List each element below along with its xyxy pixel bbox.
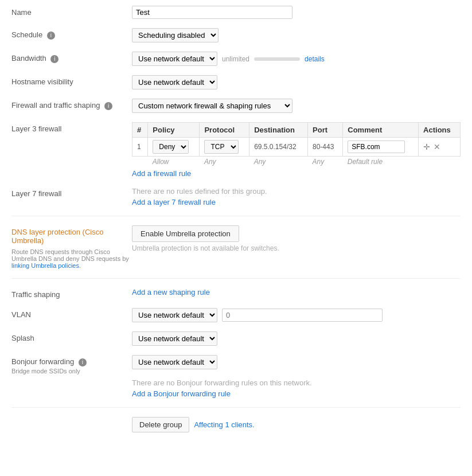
- traffic-shaping-row: Traffic shaping Add a new shaping rule: [11, 288, 461, 299]
- row-comment: [343, 138, 419, 157]
- schedule-control: Scheduling disabled: [132, 28, 461, 42]
- affecting-clients-link[interactable]: Affecting 1 clients.: [194, 420, 254, 429]
- divider2: [11, 278, 461, 279]
- row-protocol: TCP UDP Any: [200, 138, 249, 157]
- default-destination: Any: [249, 157, 308, 167]
- unlimited-text: unlimited: [222, 55, 249, 63]
- bonjour-sublabel: Bridge mode SSIDs only: [11, 368, 132, 374]
- default-actions: [419, 157, 461, 167]
- default-num: [132, 157, 148, 167]
- firewall-shaping-control: Custom network firewall & shaping rules: [132, 99, 461, 113]
- name-input[interactable]: [132, 6, 292, 19]
- splash-label: Splash: [11, 331, 132, 342]
- vlan-input[interactable]: [222, 309, 383, 322]
- bonjour-control: Use network default There are no Bonjour…: [132, 355, 461, 398]
- bonjour-label-col: Bonjour forwarding i Bridge mode SSIDs o…: [11, 355, 132, 374]
- default-row: Allow Any Any Any Default rule: [132, 157, 461, 167]
- splash-control: Use network default: [132, 331, 461, 346]
- dns-protection-control: Enable Umbrella protection Umbrella prot…: [132, 225, 461, 252]
- col-actions: Actions: [419, 123, 461, 138]
- row-num: 1: [132, 138, 148, 157]
- schedule-row: Schedule i Scheduling disabled: [11, 28, 461, 42]
- table-header-row: # Policy Protocol Destination Port Comme…: [132, 123, 461, 138]
- footer-spacer: [11, 417, 132, 419]
- bonjour-row: Bonjour forwarding i Bridge mode SSIDs o…: [11, 355, 461, 398]
- delete-row-icon[interactable]: ✕: [434, 142, 440, 151]
- policy-select[interactable]: Deny Allow: [153, 140, 189, 154]
- default-comment: Default rule: [343, 157, 419, 167]
- bandwidth-control: Use network default unlimited details: [132, 52, 461, 66]
- traffic-shaping-control: Add a new shaping rule: [132, 288, 461, 296]
- bonjour-no-rules-section: There are no Bonjour forwarding rules on…: [132, 379, 461, 398]
- col-num: #: [132, 123, 148, 138]
- layer3-firewall-row: Layer 3 firewall # Policy Protocol Desti…: [11, 122, 461, 178]
- footer-buttons: Delete group Affecting 1 clients.: [132, 417, 461, 432]
- bonjour-info-icon[interactable]: i: [79, 358, 87, 366]
- layer7-firewall-row: Layer 7 firewall There are no rules defi…: [11, 187, 461, 206]
- schedule-label: Schedule i: [11, 28, 132, 40]
- bandwidth-inline: Use network default unlimited details: [132, 52, 461, 66]
- details-link[interactable]: details: [305, 55, 325, 63]
- divider3: [11, 407, 461, 408]
- traffic-shaping-label: Traffic shaping: [11, 288, 132, 299]
- col-port: Port: [308, 123, 343, 138]
- bandwidth-label: Bandwidth i: [11, 52, 132, 63]
- vlan-row: VLAN Use network default: [11, 308, 461, 322]
- layer3-firewall-label: Layer 3 firewall: [11, 122, 132, 133]
- splash-select[interactable]: Use network default: [132, 331, 217, 346]
- footer-row: Delete group Affecting 1 clients.: [11, 417, 461, 432]
- move-icon[interactable]: ✛: [423, 142, 430, 151]
- divider1: [11, 216, 461, 216]
- name-row: Name: [11, 6, 461, 19]
- add-bonjour-rule-link[interactable]: Add a Bonjour forwarding rule: [132, 389, 231, 398]
- col-protocol: Protocol: [200, 123, 249, 138]
- name-label: Name: [11, 6, 132, 17]
- dns-description: Route DNS requests through Cisco Umbrell…: [11, 248, 132, 269]
- hostname-visibility-control: Use network default: [132, 75, 461, 89]
- layer3-firewall-control: # Policy Protocol Destination Port Comme…: [132, 122, 461, 178]
- bandwidth-select[interactable]: Use network default: [132, 52, 217, 66]
- protocol-select[interactable]: TCP UDP Any: [204, 140, 239, 154]
- vlan-label: VLAN: [11, 308, 132, 319]
- schedule-select[interactable]: Scheduling disabled: [132, 28, 219, 42]
- vlan-select[interactable]: Use network default: [132, 308, 217, 322]
- row-policy: Deny Allow: [148, 138, 200, 157]
- hostname-visibility-select[interactable]: Use network default: [132, 75, 217, 89]
- add-shaping-rule-link[interactable]: Add a new shaping rule: [132, 288, 210, 296]
- add-firewall-rule-link[interactable]: Add a firewall rule: [132, 169, 191, 178]
- comment-input[interactable]: [348, 141, 405, 153]
- layer7-firewall-label: Layer 7 firewall: [11, 187, 132, 198]
- name-control: [132, 6, 461, 19]
- firewall-shaping-info-icon[interactable]: i: [104, 102, 112, 110]
- default-port: Any: [308, 157, 343, 167]
- firewall-shaping-label: Firewall and traffic shaping i: [11, 99, 132, 110]
- umbrella-unavailable: Umbrella protection is not available for…: [132, 244, 461, 252]
- bandwidth-info-icon[interactable]: i: [50, 55, 58, 63]
- splash-row: Splash Use network default: [11, 331, 461, 346]
- firewall-shaping-select[interactable]: Custom network firewall & shaping rules: [132, 99, 292, 113]
- dns-protection-title: DNS layer protection (CiscoUmbrella): [11, 228, 132, 245]
- bandwidth-slider[interactable]: [254, 57, 300, 61]
- schedule-info-icon[interactable]: i: [47, 32, 55, 40]
- dns-protection-row: DNS layer protection (CiscoUmbrella) Rou…: [11, 225, 461, 269]
- action-icons: ✛ ✕: [423, 142, 455, 151]
- layer7-no-rules: There are no rules defined for this grou…: [132, 187, 461, 196]
- default-protocol: Any: [200, 157, 249, 167]
- bonjour-select[interactable]: Use network default: [132, 355, 217, 369]
- add-layer7-rule-link[interactable]: Add a layer 7 firewall rule: [132, 198, 216, 206]
- col-destination: Destination: [249, 123, 308, 138]
- vlan-control: Use network default: [132, 308, 461, 322]
- footer-control: Delete group Affecting 1 clients.: [132, 417, 461, 432]
- layer7-firewall-control: There are no rules defined for this grou…: [132, 187, 461, 206]
- table-row: 1 Deny Allow TCP UDP Any: [132, 138, 461, 157]
- hostname-visibility-label: Hostname visibility: [11, 75, 132, 86]
- enable-umbrella-button[interactable]: Enable Umbrella protection: [132, 225, 239, 242]
- hostname-visibility-row: Hostname visibility Use network default: [11, 75, 461, 89]
- col-policy: Policy: [148, 123, 200, 138]
- row-port: 80-443: [308, 138, 343, 157]
- delete-group-button[interactable]: Delete group: [132, 417, 189, 432]
- row-destination: 69.5.0.154/32: [249, 138, 308, 157]
- layer3-firewall-table: # Policy Protocol Destination Port Comme…: [132, 122, 461, 167]
- umbrella-link[interactable]: linking Umbrella policies: [11, 262, 79, 269]
- vlan-inline: Use network default: [132, 308, 461, 322]
